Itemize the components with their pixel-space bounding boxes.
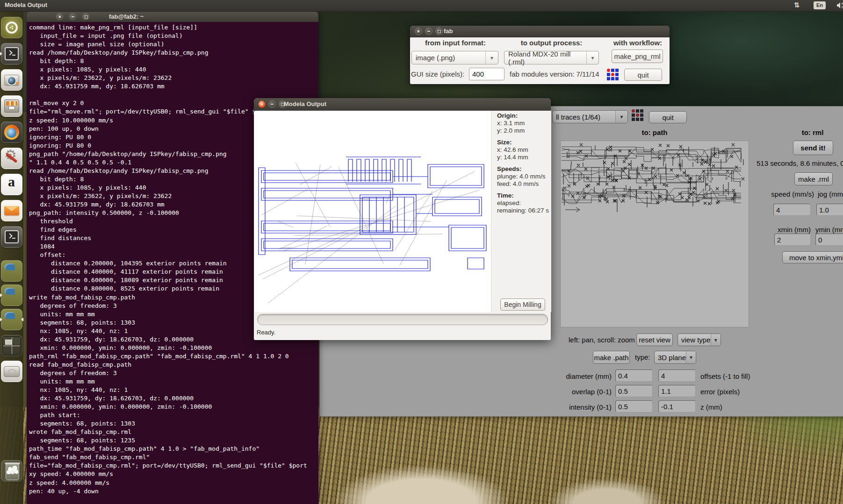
trash-icon — [6, 463, 19, 480]
launcher-item-terminal-2[interactable] — [1, 226, 22, 248]
milling-preview-canvas[interactable] — [255, 111, 491, 312]
fab-modules-icon[interactable] — [607, 69, 619, 80]
origin-x: x: 3.1 mm — [497, 120, 525, 127]
error-input[interactable] — [658, 385, 696, 397]
to-rml-header: to: rml — [766, 128, 843, 136]
running-indicator — [0, 52, 2, 56]
launcher-item-amazon[interactable] — [1, 174, 22, 195]
fab-titlebar[interactable]: fab — [410, 26, 670, 37]
launcher-item-disk[interactable] — [1, 361, 22, 382]
modela-output-window: Modela Output Orig — [254, 98, 551, 340]
origin-label: Origin: — [497, 112, 518, 119]
to-output-process-header: to output process: — [504, 39, 599, 47]
maximize-icon[interactable] — [435, 28, 443, 35]
time-elapsed: elapsed: — [497, 199, 521, 206]
keyboard-layout-indicator[interactable]: En — [814, 1, 826, 9]
overlap-input[interactable] — [615, 385, 653, 397]
plunge-speed: plunge: 4.0 mm/s — [497, 173, 546, 180]
fab-modules-icon[interactable] — [632, 109, 643, 121]
type-label: type: — [635, 353, 650, 361]
close-icon[interactable] — [258, 100, 266, 108]
launcher-item-dash[interactable] — [1, 17, 22, 38]
traces-select[interactable]: ll traces (1/64) — [552, 110, 628, 123]
make-path-button[interactable]: make .path — [593, 351, 630, 364]
ymin-input[interactable] — [815, 234, 843, 246]
view-type-value: view type — [681, 336, 711, 344]
type-select[interactable]: 3D plane — [654, 351, 696, 364]
network-arrows-icon[interactable]: ⇅ — [794, 1, 800, 9]
workspace-switcher-icon — [3, 337, 20, 354]
milling-progress-bar — [257, 314, 548, 325]
firefox-icon — [4, 125, 19, 140]
time-remaining: remaining: 06:27 s — [497, 207, 549, 214]
size-x: x: 42.6 mm — [497, 146, 528, 153]
jog-input[interactable] — [816, 204, 843, 216]
z-input[interactable] — [658, 400, 696, 412]
from-input-format-header: from input format: — [411, 39, 500, 47]
type-select-value: 3D plane — [658, 354, 686, 362]
offsets-input[interactable] — [658, 369, 696, 382]
input-format-select[interactable]: image (.png) — [411, 51, 498, 64]
launcher-item-settings[interactable] — [1, 148, 22, 169]
minimize-icon[interactable] — [425, 28, 432, 35]
gui-size-input[interactable] — [469, 68, 504, 80]
input-format-value: image (.png) — [416, 54, 455, 62]
launcher-item-firefox[interactable] — [1, 121, 22, 143]
path-preview-canvas[interactable] — [560, 141, 749, 327]
z-label: z (mm) — [700, 403, 722, 411]
origin-y: y: 2.0 mm — [497, 127, 525, 134]
time-estimate: 513 seconds, 8.6 minutes, 0. — [757, 159, 843, 167]
jog-arrow-icon — [565, 207, 580, 212]
launcher-item-archive[interactable] — [1, 95, 22, 117]
maximize-icon[interactable] — [82, 13, 89, 20]
xmin-label: xmin (mm) — [759, 226, 811, 234]
diameter-input[interactable] — [615, 369, 653, 382]
view-type-select[interactable]: view type — [677, 334, 721, 346]
feed-speed: feed: 4.0 mm/s — [497, 180, 539, 187]
modela-status: Ready. — [257, 329, 275, 336]
speed-input[interactable] — [773, 204, 811, 216]
offsets-label: offsets (-1 to fill) — [700, 372, 750, 380]
path-preview-drawing — [561, 141, 749, 327]
reset-view-button[interactable]: reset view — [636, 334, 673, 346]
move-to-xmin-ymin-button[interactable]: move to xmin,ymin — [782, 251, 843, 263]
send-it-button[interactable]: send it! — [793, 141, 833, 155]
close-icon[interactable] — [56, 13, 63, 20]
modela-titlebar[interactable]: Modela Output — [254, 98, 551, 111]
volume-icon[interactable] — [836, 2, 843, 11]
intensity-input[interactable] — [615, 400, 653, 412]
begin-milling-button[interactable]: Begin Milling — [500, 298, 545, 311]
pan-zoom-hint: left: pan, scroll: zoom — [569, 336, 635, 344]
launcher-item-trash[interactable] — [1, 460, 22, 482]
xmin-input[interactable] — [774, 234, 811, 246]
to-path-header: to: path — [608, 128, 701, 136]
minimize-icon[interactable] — [69, 13, 76, 20]
file-drawer-icon — [4, 99, 19, 113]
diameter-label: diameter (mm) — [516, 372, 612, 380]
launcher-item-screenshot[interactable] — [1, 69, 22, 91]
close-icon[interactable] — [415, 28, 422, 35]
size-label: Size: — [497, 139, 512, 146]
make-rml-button[interactable]: make .rml — [794, 172, 833, 185]
ubuntu-dash-icon — [6, 21, 18, 34]
traces-select-value: ll traces (1/64) — [556, 113, 600, 121]
chevron-down-icon — [615, 111, 627, 123]
modela-title: Modela Output — [284, 100, 326, 107]
milling-toolpath-drawing — [255, 111, 491, 312]
minimize-icon[interactable] — [268, 100, 276, 108]
terminal-titlebar[interactable]: fab@fab2: ~ — [27, 12, 318, 22]
unity-launcher — [0, 11, 23, 504]
launcher-item-python-3[interactable] — [1, 309, 22, 330]
make-png-rml-button[interactable]: make_png_rml — [612, 50, 663, 63]
terminal-icon — [5, 47, 19, 60]
launcher-item-python-1[interactable] — [1, 260, 22, 282]
quit-button[interactable]: quit — [649, 111, 687, 123]
launcher-item-email[interactable] — [1, 200, 22, 221]
time-label: Time: — [497, 192, 514, 199]
output-process-select[interactable]: Roland MDX-20 mill (.rml) — [504, 51, 599, 64]
jog-label: jog (mm) — [818, 190, 843, 198]
quit-button[interactable]: quit — [624, 69, 662, 81]
launcher-item-workspaces[interactable] — [1, 335, 22, 356]
launcher-item-terminal[interactable] — [1, 43, 22, 64]
launcher-item-python-2[interactable] — [1, 284, 22, 306]
